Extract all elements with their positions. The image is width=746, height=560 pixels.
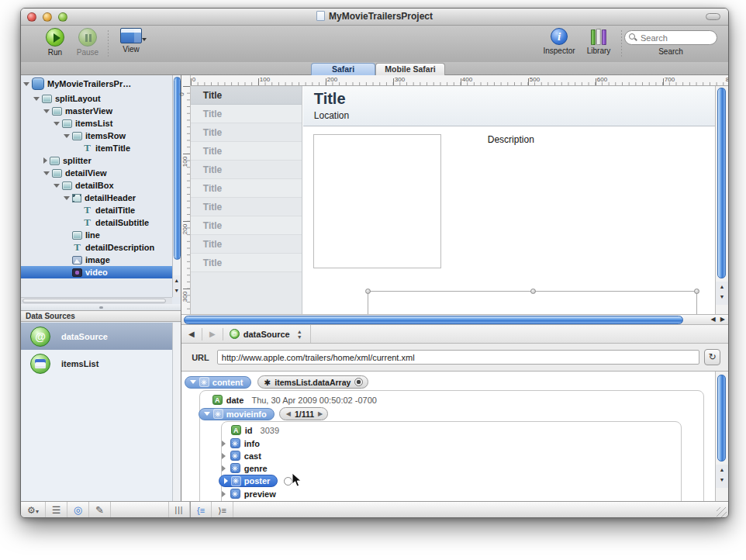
field-row-preview[interactable]: preview <box>222 489 276 499</box>
tree-item-detailBox[interactable]: detailBox <box>21 179 172 192</box>
forward-button[interactable]: ▶ <box>202 330 223 338</box>
inspector-button[interactable]: i Inspector <box>537 28 581 55</box>
list-view-button[interactable]: ☰ <box>46 502 67 518</box>
description-element[interactable]: Description <box>488 134 534 145</box>
canvas-vertical-scrollbar[interactable]: ▲▼ <box>715 86 728 314</box>
list-row[interactable]: Title <box>191 105 302 123</box>
disclosure-triangle[interactable] <box>222 465 226 472</box>
detail-subtitle-element[interactable]: Location <box>314 110 349 121</box>
tree-item-video[interactable]: video <box>21 266 172 278</box>
target-view-button[interactable]: ◎ <box>67 502 89 518</box>
detail-header-element[interactable]: Title Location <box>303 86 715 126</box>
tree-horizontal-scrollbar[interactable] <box>21 297 172 304</box>
tree-item-detailTitle[interactable]: TdetailTitle <box>21 204 172 216</box>
list-row[interactable]: Title <box>191 254 302 272</box>
image-placeholder-element[interactable] <box>313 134 441 268</box>
tree-item-masterView[interactable]: masterView <box>21 105 172 117</box>
tree-item-itemsList[interactable]: itemsList <box>21 117 172 130</box>
tree-item-line[interactable]: line <box>21 229 172 241</box>
disclosure-triangle[interactable] <box>64 196 70 200</box>
binding-capsule[interactable]: ✱ itemsList.dataArray <box>257 375 369 389</box>
list-row[interactable]: Title <box>191 161 302 179</box>
disclosure-triangle[interactable] <box>43 157 47 164</box>
tree-item-itemsRow[interactable]: itemsRow <box>21 130 172 142</box>
pause-button[interactable]: Pause <box>71 28 105 57</box>
content-vertical-scrollbar[interactable]: ▲▼ <box>715 372 728 501</box>
sidebar-splitter-handle[interactable] <box>21 304 181 310</box>
stack-view-button[interactable]: {≡ <box>190 502 212 518</box>
source-split-button[interactable]: ⟩≡ <box>212 502 233 518</box>
search-input[interactable] <box>624 30 717 45</box>
disclosure-triangle[interactable] <box>43 171 50 175</box>
selection-handle[interactable] <box>365 289 371 294</box>
disclosure-triangle[interactable] <box>222 491 226 497</box>
next-record-icon[interactable]: ▶ <box>318 410 323 417</box>
poster-node-pill[interactable]: poster <box>219 475 278 487</box>
disclosure-triangle[interactable] <box>222 441 226 447</box>
canvas-horizontal-scrollbar[interactable]: ◀ ▶ <box>181 314 728 325</box>
tree-item-detailHeader[interactable]: detailHeader <box>21 192 172 204</box>
video-element-selected[interactable] <box>368 291 697 314</box>
url-input[interactable] <box>217 350 699 365</box>
data-source-item-itemsList[interactable]: itemsList <box>21 350 172 377</box>
list-row[interactable]: Title <box>191 123 302 142</box>
tree-scroll-arrows[interactable]: ▲▼ <box>172 275 181 297</box>
disclosure-triangle[interactable] <box>54 184 60 188</box>
disclosure-triangle[interactable] <box>54 122 60 126</box>
selection-handle[interactable] <box>530 289 536 294</box>
list-row[interactable]: Title <box>191 235 302 254</box>
id-row[interactable]: A id 3039 <box>231 425 279 435</box>
list-row[interactable]: Title <box>191 216 302 235</box>
movieinfo-row[interactable]: movieinfo ◀ 1/111 ▶ <box>199 407 328 420</box>
scrollbar-thumb[interactable] <box>717 88 726 278</box>
disclosure-triangle[interactable] <box>222 453 226 459</box>
tree-item-splitLayout[interactable]: splitLayout <box>21 92 172 105</box>
list-row[interactable]: Title <box>191 198 302 216</box>
edit-view-button[interactable]: ✎ <box>89 502 111 518</box>
reload-button[interactable]: ↻ <box>704 349 720 365</box>
binding-radio-icon[interactable] <box>354 378 363 386</box>
field-row-genre[interactable]: genre <box>222 463 268 473</box>
canvas-hscroll-arrows[interactable]: ◀ ▶ <box>710 316 727 323</box>
back-button[interactable]: ◀ <box>181 330 202 338</box>
run-button[interactable]: Run <box>40 28 71 57</box>
data-source-item-dataSource[interactable]: @ dataSource <box>21 323 172 350</box>
tree-item-detailSubtitle[interactable]: TdetailSubtitle <box>21 216 172 229</box>
drag-handle-icon[interactable]: ||| <box>168 502 190 518</box>
tree-item-detailView[interactable]: detailView <box>21 167 172 179</box>
movieinfo-node-pill[interactable]: movieinfo <box>199 408 275 420</box>
tree-item-splitter[interactable]: splitter <box>21 154 172 167</box>
date-row[interactable]: A date Thu, 30 Apr 2009 00:50:02 -0700 <box>212 395 377 405</box>
gear-menu-button[interactable]: ⚙▾ <box>21 502 46 518</box>
detail-title-element[interactable]: Title <box>314 90 346 108</box>
scrollbar-thumb[interactable] <box>174 77 181 260</box>
content-scroll-arrows[interactable]: ▲▼ <box>716 465 728 488</box>
tree-item-image[interactable]: image <box>21 254 172 266</box>
field-row-poster-selected[interactable]: poster <box>219 475 293 487</box>
record-pager[interactable]: ◀ 1/111 ▶ <box>279 407 328 420</box>
data-sources-scrollbar[interactable] <box>172 323 181 501</box>
tab-safari[interactable]: Safari <box>311 63 375 75</box>
tree-item-project-root[interactable]: MyMovieTrailersPr… <box>21 75 172 92</box>
canvas-scroll-arrows[interactable]: ▲▼ <box>716 282 728 305</box>
scrollbar-thumb[interactable] <box>184 316 683 324</box>
disclosure-triangle[interactable] <box>33 97 40 101</box>
datasource-popup[interactable]: @ dataSource ▲▼ <box>223 325 311 343</box>
library-button[interactable]: Library <box>581 28 616 55</box>
previous-record-icon[interactable]: ◀ <box>286 410 291 417</box>
disclosure-triangle[interactable] <box>224 478 228 484</box>
list-row[interactable]: Title <box>191 86 302 105</box>
disclosure-triangle[interactable] <box>204 412 210 416</box>
tree-item-itemTitle[interactable]: TitemTitle <box>21 142 172 154</box>
disclosure-triangle[interactable] <box>64 134 70 138</box>
field-row-info[interactable]: info <box>222 438 260 448</box>
list-row[interactable]: Title <box>191 179 302 198</box>
disclosure-triangle[interactable] <box>43 109 50 113</box>
list-row[interactable]: Title <box>191 142 302 161</box>
view-button[interactable]: View <box>116 28 147 54</box>
content-root-row[interactable]: content ✱ itemsList.dataArray <box>185 375 369 389</box>
field-row-cast[interactable]: cast <box>222 451 261 461</box>
items-list-element[interactable]: Title Title Title Title Title Title Titl… <box>191 86 302 314</box>
selection-handle[interactable] <box>694 289 699 294</box>
tree-vertical-scrollbar[interactable] <box>172 75 181 297</box>
